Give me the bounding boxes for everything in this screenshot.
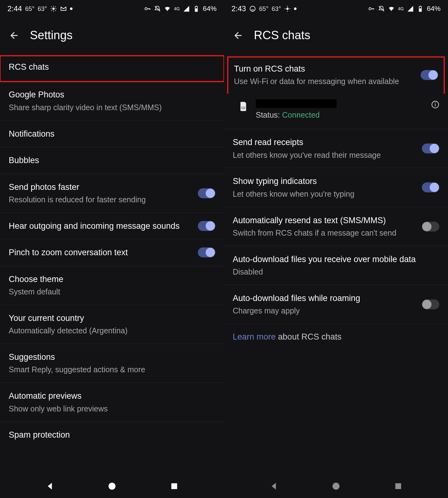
info-icon[interactable] <box>431 101 439 109</box>
toggle-auto-download-roaming[interactable] <box>422 299 439 309</box>
svg-line-6 <box>55 10 56 11</box>
nav-recents[interactable] <box>392 480 405 493</box>
svg-rect-42 <box>395 483 401 489</box>
sim-status-label: Status: <box>256 110 282 119</box>
svg-point-19 <box>250 6 255 12</box>
nav-home[interactable] <box>105 480 119 493</box>
svg-rect-15 <box>196 6 197 7</box>
setting-title: Bubbles <box>9 155 215 166</box>
setting-subtitle: System default <box>9 287 215 297</box>
more-notifs-icon <box>294 7 296 10</box>
sim-status-row[interactable]: Status: Connected <box>224 94 448 129</box>
back-button[interactable] <box>233 30 243 41</box>
setting-title: Auto-download files you receive over mob… <box>233 254 439 265</box>
page-title: Settings <box>30 29 72 42</box>
setting-pinch-zoom[interactable]: Pinch to zoom conversation text <box>0 239 224 266</box>
battery-percent: 64% <box>203 5 217 13</box>
setting-title: Turn on RCS chats <box>234 63 414 74</box>
sun-icon <box>284 5 291 12</box>
setting-notifications[interactable]: Notifications <box>0 121 224 147</box>
svg-point-40 <box>435 102 436 103</box>
setting-auto-download-roaming[interactable]: Auto-download files while roaming Charge… <box>224 285 448 324</box>
setting-title: Notifications <box>9 128 215 139</box>
setting-subtitle: Share sharp clarity video in text (SMS/M… <box>9 102 215 113</box>
svg-rect-34 <box>244 107 245 107</box>
more-notifs-icon <box>70 7 72 10</box>
toggle-turn-on-rcs[interactable] <box>421 70 438 80</box>
setting-automatic-previews[interactable]: Automatic previews Show only web link pr… <box>0 383 224 422</box>
setting-google-photos[interactable]: Google Photos Share sharp clarity video … <box>0 82 224 120</box>
setting-spam-protection[interactable]: Spam protection <box>0 422 224 448</box>
nav-back[interactable] <box>43 480 56 493</box>
battery-icon <box>193 5 200 12</box>
svg-point-0 <box>53 7 55 10</box>
nav-recents[interactable] <box>168 480 181 493</box>
setting-message-sounds[interactable]: Hear outgoing and incoming message sound… <box>0 213 224 239</box>
setting-auto-download-mobile[interactable]: Auto-download files you receive over mob… <box>224 246 448 285</box>
svg-point-20 <box>287 7 289 10</box>
nav-bar <box>224 474 448 498</box>
back-button[interactable] <box>9 30 19 41</box>
svg-rect-18 <box>171 483 177 489</box>
setting-auto-resend-sms[interactable]: Automatically resend as text (SMS/MMS) S… <box>224 207 448 246</box>
toggle-message-sounds[interactable] <box>198 221 215 231</box>
setting-title: Auto-download files while roaming <box>233 293 416 304</box>
sim-icon <box>239 101 248 112</box>
learn-more-text: about RCS chats <box>276 332 342 341</box>
page-title: RCS chats <box>254 29 310 42</box>
setting-current-country[interactable]: Your current country Automatically detec… <box>0 305 224 344</box>
setting-choose-theme[interactable]: Choose theme System default <box>0 266 224 305</box>
dnd-icon <box>154 5 161 12</box>
setting-turn-on-rcs[interactable]: Turn on RCS chats Use Wi-Fi or data for … <box>227 56 445 94</box>
setting-subtitle: Show only web link previews <box>9 404 215 414</box>
vpn-key-icon <box>144 5 151 12</box>
svg-rect-31 <box>419 8 421 11</box>
learn-more-link[interactable]: Learn more <box>233 332 276 341</box>
sim-status: Status: Connected <box>256 110 423 120</box>
sim-status-value: Connected <box>282 110 320 119</box>
status-bar: 2:44 65° 63° 4G 64% <box>0 0 224 17</box>
setting-title: Show typing indicators <box>233 176 416 187</box>
battery-percent: 64% <box>427 5 441 13</box>
svg-rect-37 <box>244 108 245 109</box>
setting-title: Automatically resend as text (SMS/MMS) <box>233 215 416 226</box>
toggle-read-receipts[interactable] <box>422 143 439 153</box>
setting-subtitle: Let others know you've read their messag… <box>233 150 416 161</box>
battery-icon <box>417 5 424 12</box>
setting-typing-indicators[interactable]: Show typing indicators Let others know w… <box>224 168 448 207</box>
dnd-icon <box>378 5 385 12</box>
svg-rect-30 <box>420 6 421 7</box>
setting-title: Spam protection <box>9 429 215 440</box>
rcs-list: Turn on RCS chats Use Wi-Fi or data for … <box>224 56 448 474</box>
setting-title: Automatic previews <box>9 390 215 402</box>
svg-point-41 <box>333 483 340 490</box>
status-temp-hi: 65° <box>259 5 268 12</box>
setting-subtitle: Automatically detected (Argentina) <box>9 326 215 336</box>
app-header: RCS chats <box>224 17 448 56</box>
status-temp-hi: 65° <box>25 5 35 12</box>
svg-rect-36 <box>243 108 244 109</box>
phone-left: 2:44 65° 63° 4G 64% Settings <box>0 0 224 498</box>
svg-rect-33 <box>243 107 244 107</box>
setting-rcs-chats[interactable]: RCS chats <box>0 56 224 82</box>
signal-icon <box>407 5 414 12</box>
sim-number-redacted <box>256 99 337 108</box>
toggle-auto-resend-sms[interactable] <box>422 222 439 232</box>
toggle-typing-indicators[interactable] <box>422 182 439 192</box>
status-time: 2:43 <box>231 4 246 13</box>
toggle-send-photos-faster[interactable] <box>198 188 215 198</box>
setting-subtitle: Charges may apply <box>233 306 416 316</box>
setting-subtitle: Let others know when you're typing <box>233 189 416 200</box>
setting-subtitle: Disabled <box>233 267 439 277</box>
setting-bubbles[interactable]: Bubbles <box>0 147 224 174</box>
setting-read-receipts[interactable]: Send read receipts Let others know you'v… <box>224 129 448 168</box>
status-time: 2:44 <box>7 4 22 13</box>
nav-back[interactable] <box>267 480 280 493</box>
gmail-icon <box>60 5 67 12</box>
setting-title: Pinch to zoom conversation text <box>9 247 192 258</box>
setting-send-photos-faster[interactable]: Send photos faster Resolution is reduced… <box>0 174 224 213</box>
setting-suggestions[interactable]: Suggestions Smart Reply, suggested actio… <box>0 344 224 383</box>
nav-home[interactable] <box>329 480 343 493</box>
toggle-pinch-zoom[interactable] <box>198 247 215 257</box>
setting-title: RCS chats <box>9 61 215 73</box>
